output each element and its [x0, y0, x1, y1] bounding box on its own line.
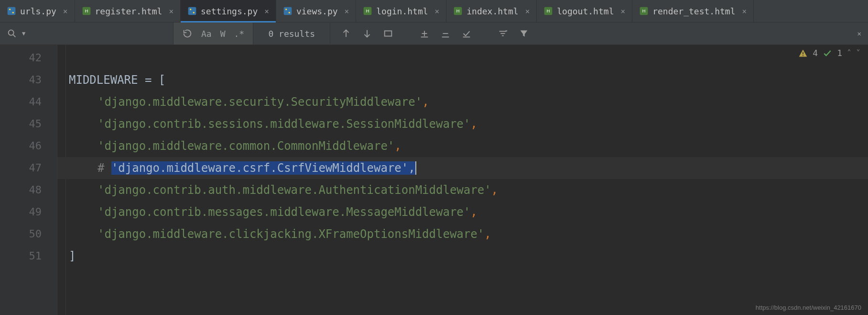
tab-urls-py[interactable]: urls.py×	[0, 0, 75, 22]
svg-point-2	[12, 12, 14, 13]
tab-logout-html[interactable]: Hlogout.html×	[537, 0, 632, 22]
next-match-icon[interactable]	[362, 28, 372, 39]
tab-register-html[interactable]: Hregister.html×	[75, 0, 181, 22]
select-all-icon[interactable]	[383, 28, 393, 39]
html-file-icon: H	[639, 6, 649, 16]
close-tab-icon[interactable]: ×	[264, 7, 269, 16]
line-number: 48	[0, 179, 57, 201]
tab-index-html[interactable]: Hindex.html×	[446, 0, 537, 22]
svg-rect-23	[385, 31, 392, 36]
tab-views-py[interactable]: views.py×	[276, 0, 356, 22]
line-number: 49	[0, 201, 57, 223]
tab-login-html[interactable]: Hlogin.html×	[356, 0, 446, 22]
line-number: 47	[0, 157, 57, 179]
add-selection-icon[interactable]	[419, 28, 430, 39]
svg-rect-33	[803, 52, 803, 54]
find-toolbar: ▼ Aa W .* 0 results	[0, 22, 868, 45]
python-file-icon	[7, 6, 16, 16]
line-number: 44	[0, 91, 57, 113]
code-line[interactable]: # 'django.middleware.csrf.CsrfViewMiddle…	[57, 157, 868, 179]
svg-text:H: H	[642, 9, 646, 13]
python-file-icon	[187, 6, 197, 16]
inspections-widget[interactable]: 4 1 ˄ ˅	[798, 48, 860, 58]
line-number: 43	[0, 69, 57, 91]
html-file-icon: H	[543, 6, 553, 16]
inspections-down-icon[interactable]: ˅	[856, 48, 860, 58]
tab-settings-py[interactable]: settings.py×	[181, 0, 276, 22]
svg-rect-34	[803, 55, 803, 56]
match-case-toggle[interactable]: Aa	[201, 29, 212, 39]
tab-render_test-html[interactable]: Hrender_test.html×	[632, 0, 754, 22]
svg-rect-8	[284, 7, 292, 15]
svg-point-7	[193, 12, 195, 13]
inspections-up-icon[interactable]: ˄	[847, 48, 851, 58]
show-filter-icon[interactable]	[498, 28, 508, 39]
code-area[interactable]: MIDDLEWARE = ['django.middleware.securit…	[57, 45, 868, 315]
filter-icon[interactable]	[519, 28, 529, 39]
line-number: 50	[0, 223, 57, 245]
code-line[interactable]: MIDDLEWARE = [	[57, 69, 868, 91]
close-tab-icon[interactable]: ×	[345, 7, 349, 16]
tab-label: register.html	[95, 6, 163, 16]
svg-rect-0	[8, 7, 16, 15]
svg-line-20	[13, 35, 16, 37]
html-file-icon: H	[453, 6, 463, 16]
python-file-icon	[283, 6, 293, 16]
code-line[interactable]	[57, 47, 868, 69]
whole-word-toggle[interactable]: W	[220, 29, 226, 39]
close-tab-icon[interactable]: ×	[620, 7, 625, 16]
code-line[interactable]: 'django.middleware.clickjacking.XFrameOp…	[57, 223, 868, 245]
line-number: 51	[0, 245, 57, 267]
editor-tab-bar: urls.py×Hregister.html×settings.py×views…	[0, 0, 868, 22]
search-icon[interactable]	[7, 28, 17, 39]
code-line[interactable]: 'django.contrib.messages.middleware.Mess…	[57, 201, 868, 223]
close-tab-icon[interactable]: ×	[435, 7, 440, 16]
html-file-icon: H	[82, 6, 91, 16]
close-tab-icon[interactable]: ×	[63, 7, 68, 16]
code-editor[interactable]: 42434445464748495051 MIDDLEWARE = ['djan…	[0, 45, 868, 315]
line-number: 46	[0, 135, 57, 157]
tab-label: settings.py	[201, 6, 258, 16]
code-line[interactable]: 'django.contrib.sessions.middleware.Sess…	[57, 113, 868, 135]
ok-check-icon	[823, 48, 832, 58]
close-tab-icon[interactable]: ×	[525, 7, 530, 16]
close-tab-icon[interactable]: ×	[169, 7, 174, 16]
select-all-occurrences-icon[interactable]	[461, 28, 472, 39]
tab-label: render_test.html	[652, 6, 735, 16]
close-tab-icon[interactable]: ×	[742, 7, 747, 16]
warning-icon	[798, 48, 808, 58]
tab-label: index.html	[467, 6, 518, 16]
svg-text:H: H	[366, 9, 369, 13]
prev-match-icon[interactable]	[341, 28, 351, 39]
tab-label: login.html	[376, 6, 428, 16]
svg-text:H: H	[85, 9, 88, 13]
svg-point-19	[9, 30, 14, 35]
regex-toggle[interactable]: .*	[234, 29, 245, 39]
search-results-count: 0 results	[253, 22, 330, 45]
tab-label: logout.html	[557, 6, 614, 16]
close-search-icon[interactable]: ✕	[857, 30, 861, 37]
line-number: 45	[0, 113, 57, 135]
svg-point-1	[9, 9, 11, 10]
code-line[interactable]: 'django.contrib.auth.middleware.Authenti…	[57, 179, 868, 201]
code-line[interactable]: 'django.middleware.common.CommonMiddlewa…	[57, 135, 868, 157]
line-number: 42	[0, 47, 57, 69]
svg-rect-5	[188, 7, 196, 15]
ok-count: 1	[837, 48, 842, 58]
watermark: https://blog.csdn.net/weixin_42161670	[756, 304, 861, 311]
tab-label: views.py	[296, 6, 338, 16]
code-line[interactable]: 'django.middleware.security.SecurityMidd…	[57, 91, 868, 113]
tab-label: urls.py	[20, 6, 56, 16]
search-dropdown-icon[interactable]: ▼	[22, 30, 25, 37]
ide-window: urls.py×Hregister.html×settings.py×views…	[0, 0, 868, 315]
code-line[interactable]: ]	[57, 245, 868, 267]
svg-text:H: H	[547, 9, 550, 13]
html-file-icon: H	[363, 6, 372, 16]
line-number-gutter: 42434445464748495051	[0, 45, 57, 315]
svg-point-10	[289, 12, 290, 13]
history-icon[interactable]	[182, 28, 193, 39]
warning-count: 4	[813, 48, 818, 58]
svg-point-9	[285, 9, 287, 10]
svg-text:H: H	[456, 9, 460, 13]
remove-selection-icon[interactable]	[440, 28, 451, 39]
